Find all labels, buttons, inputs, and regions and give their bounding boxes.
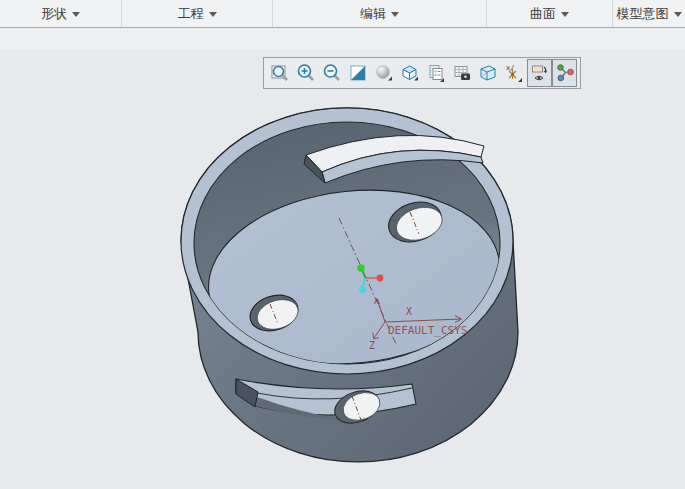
refit-button[interactable]: [267, 59, 293, 87]
display-style-button[interactable]: [397, 59, 423, 87]
menu-surface-label: 曲面: [530, 5, 556, 23]
csys-name-label: DEFAULT_CSYS: [388, 324, 467, 337]
menu-shape-label: 形状: [41, 5, 67, 23]
menu-edit-label: 编辑: [360, 5, 386, 23]
chevron-down-icon: [391, 12, 399, 17]
flyout-corner-arrow: [518, 78, 522, 82]
menu-edit[interactable]: 编辑: [273, 0, 487, 27]
refit-icon: [270, 63, 290, 83]
axis-z-label: Z: [369, 340, 375, 351]
perspective-cube-icon: [478, 63, 498, 83]
zoom-in-button[interactable]: [293, 59, 319, 87]
chevron-down-icon: [72, 12, 80, 17]
display-style-cube-icon: [400, 63, 420, 83]
repaint-icon: [348, 63, 368, 83]
zoom-out-button[interactable]: [319, 59, 345, 87]
chevron-down-icon: [561, 12, 569, 17]
capture-camera-icon: [452, 63, 472, 83]
datum-display-button[interactable]: x/: [501, 59, 527, 87]
saved-views-button[interactable]: [423, 59, 449, 87]
capture-button[interactable]: [449, 59, 475, 87]
spin-center-icon: [555, 63, 575, 83]
zoom-in-icon: [296, 63, 316, 83]
zoom-out-icon: [322, 63, 342, 83]
chevron-down-icon: [674, 12, 682, 17]
datum-display-icon: x/: [504, 63, 524, 83]
menu-shape[interactable]: 形状: [0, 0, 122, 27]
ribbon-lower-strip: [0, 29, 685, 49]
shading-sphere-icon: [374, 63, 394, 83]
flyout-corner-arrow: [388, 77, 392, 81]
menu-model-intent[interactable]: 模型意图: [613, 0, 685, 27]
chevron-down-icon: [209, 12, 217, 17]
menu-engineering[interactable]: 工程: [122, 0, 273, 27]
saved-view-list-icon: [426, 63, 446, 83]
axis-x-label: X: [406, 306, 412, 317]
menu-model-intent-label: 模型意图: [617, 5, 669, 23]
shading-button[interactable]: [371, 59, 397, 87]
menu-surface[interactable]: 曲面: [487, 0, 613, 27]
annotation-display-toggle[interactable]: [527, 59, 552, 87]
perspective-button[interactable]: [475, 59, 501, 87]
annotation-display-icon: [530, 63, 550, 83]
menu-engineering-label: 工程: [178, 5, 204, 23]
ribbon-menubar: 形状 工程 编辑 曲面 模型意图: [0, 0, 685, 28]
in-graphics-toolbar: x/: [263, 57, 581, 89]
repaint-button[interactable]: [345, 59, 371, 87]
svg-text:x/: x/: [506, 64, 514, 72]
spin-center-toggle[interactable]: [552, 59, 577, 87]
